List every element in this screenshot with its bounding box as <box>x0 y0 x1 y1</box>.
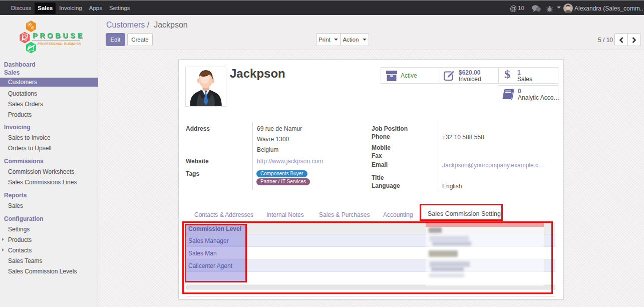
svg-text:PROFESSIONAL BUSINESS: PROFESSIONAL BUSINESS <box>38 42 81 46</box>
svg-text:PROBUSE: PROBUSE <box>33 32 85 40</box>
